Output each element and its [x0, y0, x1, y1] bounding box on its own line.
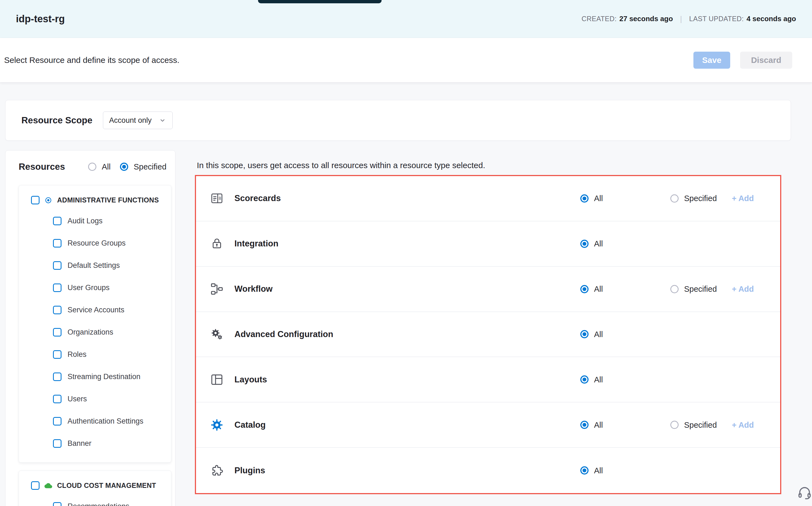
radio-all[interactable]: All: [580, 330, 603, 339]
checkbox[interactable]: [53, 439, 62, 448]
radio-all[interactable]: All: [580, 466, 603, 475]
scope-row: IntegrationAll: [196, 222, 780, 267]
radio-circle[interactable]: [670, 421, 679, 429]
resource-item[interactable]: Users: [19, 388, 171, 410]
resource-item-label: User Groups: [68, 283, 110, 292]
resource-item[interactable]: Default Settings: [19, 254, 171, 277]
checkbox[interactable]: [31, 196, 39, 204]
resources-radio-specified[interactable]: Specified: [120, 162, 166, 171]
resources-radio-all[interactable]: All: [88, 162, 111, 171]
resource-item[interactable]: Service Accounts: [19, 299, 171, 321]
checkbox[interactable]: [53, 417, 62, 425]
radio-label: All: [594, 194, 603, 203]
resource-item[interactable]: User Groups: [19, 277, 171, 299]
add-button[interactable]: + Add: [732, 420, 754, 429]
checkbox[interactable]: [53, 239, 62, 248]
radio-specified[interactable]: Specified: [670, 284, 717, 293]
resource-scope-dropdown[interactable]: Account only: [103, 111, 173, 129]
cloud-icon: [44, 482, 52, 490]
page-title: idp-test-rg: [16, 13, 65, 25]
scope-row-label: Plugins: [234, 466, 265, 476]
radio-specified[interactable]: Specified: [670, 420, 717, 429]
resource-group-header[interactable]: ADMINISTRATIVE FUNCTIONS: [19, 185, 171, 210]
radio-circle[interactable]: [580, 240, 589, 248]
radio-circle[interactable]: [580, 421, 589, 429]
resource-item-label: Service Accounts: [68, 306, 124, 314]
scope-row-label: Catalog: [234, 420, 266, 430]
checkbox[interactable]: [53, 261, 62, 270]
plugin-icon: [210, 464, 223, 477]
checkbox[interactable]: [53, 306, 62, 314]
checkbox[interactable]: [53, 283, 62, 292]
layout-icon: [210, 373, 223, 386]
save-button[interactable]: Save: [693, 52, 730, 69]
checkbox[interactable]: [53, 328, 62, 337]
checkbox[interactable]: [53, 502, 62, 506]
checkbox[interactable]: [53, 217, 62, 225]
radio-circle[interactable]: [580, 285, 589, 293]
discard-button[interactable]: Discard: [740, 52, 792, 69]
resource-item-label: Organizations: [68, 328, 113, 337]
radio-circle[interactable]: [580, 467, 589, 475]
scope-row-label: Layouts: [234, 375, 267, 385]
checkbox[interactable]: [31, 481, 39, 490]
resource-item[interactable]: Authentication Settings: [19, 410, 171, 432]
scorecard-icon: 8: [210, 192, 223, 205]
action-bar: Select Resource and define its scope of …: [0, 38, 812, 82]
resource-item[interactable]: Banner: [19, 432, 171, 455]
radio-all[interactable]: All: [580, 239, 603, 248]
checkbox[interactable]: [53, 372, 62, 381]
target-icon: [44, 196, 52, 204]
resource-item[interactable]: Resource Groups: [19, 232, 171, 254]
radio-all[interactable]: All: [580, 194, 603, 203]
add-button[interactable]: + Add: [732, 194, 754, 203]
action-buttons: Save Discard: [693, 52, 792, 69]
resource-item[interactable]: Organizations: [19, 321, 171, 343]
radio-label: All: [594, 466, 603, 475]
radio-label: Specified: [684, 420, 717, 429]
headset-icon[interactable]: [797, 485, 812, 500]
radio-label: Specified: [684, 194, 717, 203]
lock-icon: [210, 237, 223, 250]
radio-all[interactable]: All: [580, 420, 603, 429]
radio-circle[interactable]: [580, 330, 589, 338]
created-label: CREATED:: [582, 15, 617, 23]
radio-specified[interactable]: Specified: [670, 194, 717, 203]
resource-item[interactable]: Streaming Destination: [19, 366, 171, 388]
radio-circle[interactable]: [120, 163, 128, 171]
resource-item[interactable]: Roles: [19, 343, 171, 366]
resource-groups: ADMINISTRATIVE FUNCTIONSAudit LogsResour…: [5, 185, 175, 506]
resource-item[interactable]: Recommendations: [19, 495, 171, 506]
meta-divider: |: [680, 15, 682, 23]
resources-panel: Resources All Specified ADMINISTRATIVE F…: [5, 150, 176, 506]
resource-scope-label: Resource Scope: [21, 115, 93, 125]
scope-row: LayoutsAll: [196, 357, 780, 403]
radio-label: All: [594, 420, 603, 429]
header-meta: CREATED: 27 seconds ago | LAST UPDATED: …: [582, 15, 796, 23]
add-button[interactable]: + Add: [732, 284, 754, 293]
radio-all[interactable]: All: [580, 375, 603, 384]
resource-item-label: Roles: [68, 350, 87, 359]
scope-row-label: Workflow: [234, 284, 273, 294]
scope-row-label: Advanced Configuration: [234, 329, 333, 339]
resource-group: ADMINISTRATIVE FUNCTIONSAudit LogsResour…: [19, 185, 171, 462]
created-value: 27 seconds ago: [619, 15, 673, 23]
checkbox[interactable]: [53, 395, 62, 403]
radio-circle[interactable]: [670, 285, 679, 293]
chevron-down-icon: [159, 116, 166, 124]
radio-circle[interactable]: [670, 194, 679, 202]
radio-all[interactable]: All: [580, 284, 603, 293]
top-header: idp-test-rg CREATED: 27 seconds ago | LA…: [0, 0, 812, 38]
scope-row-label: Scorecards: [234, 193, 281, 203]
updated-value: 4 seconds ago: [746, 15, 796, 23]
resource-item-label: Banner: [68, 439, 91, 448]
resources-title: Resources: [19, 162, 65, 172]
radio-circle[interactable]: [88, 163, 96, 171]
radio-circle[interactable]: [580, 375, 589, 384]
resource-item[interactable]: Audit Logs: [19, 210, 171, 232]
resource-group-header[interactable]: CLOUD COST MANAGEMENT: [19, 471, 171, 495]
resource-item-label: Users: [68, 395, 87, 403]
radio-circle[interactable]: [580, 194, 589, 202]
checkbox[interactable]: [53, 350, 62, 359]
resource-group: CLOUD COST MANAGEMENTRecommendations: [19, 471, 171, 506]
